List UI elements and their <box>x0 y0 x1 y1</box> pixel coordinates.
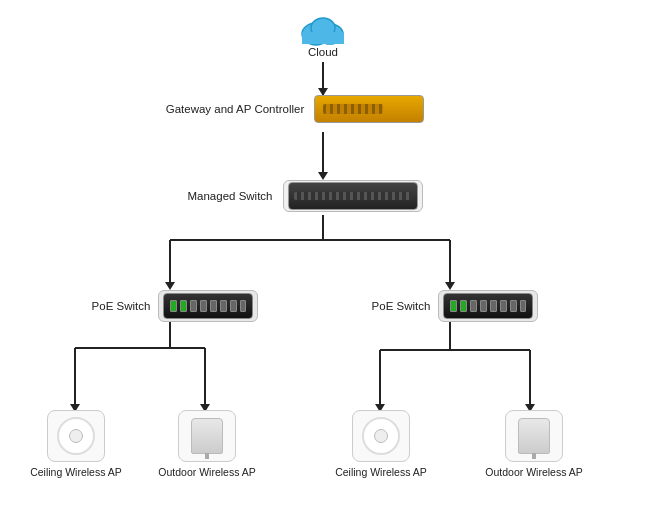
ceiling-ap-1-inner <box>57 417 95 455</box>
cloud-label: Cloud <box>308 46 338 58</box>
ap2-device <box>178 410 236 462</box>
ap4-label: Outdoor Wireless AP <box>485 466 582 478</box>
gateway-label: Gateway and AP Controller <box>166 103 305 115</box>
outdoor-ap-1-inner <box>191 418 223 454</box>
poe-port-r4 <box>480 300 487 312</box>
poe-right-device-box <box>438 290 538 322</box>
ap1-device <box>47 410 105 462</box>
poe-left-device-box <box>158 290 258 322</box>
poe-port-r6 <box>500 300 507 312</box>
network-diagram: Cloud Gateway and AP Controller Managed … <box>0 0 647 506</box>
poe-right-label: PoE Switch <box>372 300 431 312</box>
ap4-node: Outdoor Wireless AP <box>493 410 575 478</box>
ap2-label: Outdoor Wireless AP <box>158 466 255 478</box>
poe-left-node: PoE Switch <box>80 290 270 322</box>
poe-port-r1 <box>450 300 457 312</box>
poe-port-r5 <box>490 300 497 312</box>
poe-port-7 <box>230 300 237 312</box>
ap1-node: Ceiling Wireless AP <box>38 410 114 478</box>
managed-label: Managed Switch <box>187 190 272 202</box>
svg-marker-10 <box>445 282 455 290</box>
poe-port-5 <box>210 300 217 312</box>
poe-port-6 <box>220 300 227 312</box>
ap3-device <box>352 410 410 462</box>
poe-port-r3 <box>470 300 477 312</box>
managed-device <box>288 182 418 210</box>
svg-rect-28 <box>302 32 344 44</box>
poe-port-3 <box>190 300 197 312</box>
managed-device-box <box>283 180 423 212</box>
svg-marker-7 <box>165 282 175 290</box>
ap3-label: Ceiling Wireless AP <box>335 466 427 478</box>
ceiling-ap-2-dot <box>374 429 388 443</box>
poe-right-device <box>443 293 533 319</box>
cloud-icon <box>296 10 350 46</box>
cloud-node: Cloud <box>283 10 363 58</box>
ceiling-ap-2-inner <box>362 417 400 455</box>
gateway-device <box>314 95 424 123</box>
ap1-label: Ceiling Wireless AP <box>30 466 122 478</box>
ap4-device <box>505 410 563 462</box>
outdoor-ap-2-inner <box>518 418 550 454</box>
poe-port-r7 <box>510 300 517 312</box>
poe-port-2 <box>180 300 187 312</box>
svg-marker-3 <box>318 172 328 180</box>
poe-port-r2 <box>460 300 467 312</box>
gateway-node: Gateway and AP Controller <box>155 95 435 123</box>
poe-port-8 <box>240 300 247 312</box>
managed-node: Managed Switch <box>165 180 445 212</box>
ceiling-ap-1-dot <box>69 429 83 443</box>
poe-right-node: PoE Switch <box>360 290 550 322</box>
ap3-node: Ceiling Wireless AP <box>343 410 419 478</box>
ap2-node: Outdoor Wireless AP <box>166 410 248 478</box>
poe-port-4 <box>200 300 207 312</box>
poe-port-1 <box>170 300 177 312</box>
poe-left-label: PoE Switch <box>92 300 151 312</box>
poe-port-r8 <box>520 300 527 312</box>
poe-left-device <box>163 293 253 319</box>
